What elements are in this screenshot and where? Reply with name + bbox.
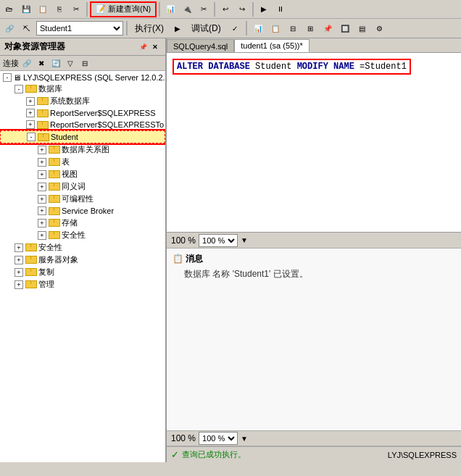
expand-rep-icon[interactable]: +	[14, 268, 23, 277]
tree-synonyms[interactable]: + 同义词	[0, 180, 165, 193]
student-label: Student	[51, 133, 78, 141]
toolbar-small-8[interactable]: 🔲	[337, 21, 353, 36]
expand-so-icon[interactable]: +	[14, 256, 23, 264]
oe-collapse-btn[interactable]: ⊟	[78, 57, 91, 69]
databases-label: 数据库	[38, 83, 62, 94]
zoom-bar-top: 100 % 100 % 75 % 150 % ▼	[167, 233, 461, 249]
toolbar-small-1[interactable]: 🔗	[1, 21, 17, 36]
check-icon[interactable]: ✓	[227, 21, 243, 36]
zoom-select-top[interactable]: 100 % 75 % 150 %	[199, 234, 238, 247]
expand-dbdiag-icon[interactable]: +	[38, 146, 46, 154]
toolbar-icon-5[interactable]: ✂	[68, 2, 84, 17]
systemdb-label: 系统数据库	[50, 96, 90, 107]
expand-databases-icon[interactable]: -	[14, 85, 23, 93]
expand-tables-icon[interactable]: +	[38, 158, 46, 167]
oe-refresh-btn[interactable]: 🔄	[49, 57, 62, 69]
separator-6	[246, 21, 247, 36]
tree-management[interactable]: + 管理	[0, 278, 165, 291]
expand-sectop-icon[interactable]: +	[14, 243, 23, 252]
storage-folder-icon	[48, 218, 59, 228]
expand-mgmt-icon[interactable]: +	[14, 280, 23, 289]
systemdb-folder-icon	[36, 96, 48, 107]
right-panel: SQLQuery4.sql tudent1 (sa (55))* ALTER D…	[167, 38, 461, 462]
toolbar-row1: 🗁 💾 📋 ⎘ ✂ 📝 新建查询(N) 📊 🔌 ✂ ↩ ↪ ▶ ⏸	[0, 0, 461, 19]
toolbar-small-10[interactable]: ⚙	[372, 21, 388, 36]
tab-sqlquery4[interactable]: SQLQuery4.sql	[167, 39, 234, 52]
toolbar-small-9[interactable]: ▤	[354, 21, 370, 36]
panel-close-btn[interactable]: ✕	[149, 42, 161, 52]
new-query-button[interactable]: 📝 新建查询(N)	[90, 1, 157, 17]
toolbar-icon-3[interactable]: 📋	[35, 2, 51, 17]
toolbar-icon-6[interactable]: 📊	[162, 2, 178, 17]
expand-views-icon[interactable]: +	[38, 170, 46, 179]
sectop-label: 安全性	[38, 242, 62, 253]
tree-databases[interactable]: - 数据库	[0, 83, 165, 95]
panel-pin-btn[interactable]: 📌	[137, 42, 149, 52]
toolbar-small-3[interactable]: 📊	[250, 21, 266, 36]
expand-systemdb-icon[interactable]: +	[26, 97, 35, 106]
toolbar-small-4[interactable]: 📋	[267, 21, 283, 36]
tables-label: 表	[62, 156, 70, 167]
separator-2	[159, 2, 160, 17]
database-select[interactable]: Student1	[37, 23, 122, 33]
toolbar-icon-10[interactable]: ↪	[234, 2, 250, 17]
query-area[interactable]: ALTER DATABASE Student MODIFY NAME =Stud…	[167, 53, 461, 233]
tree-security-db[interactable]: + 安全性	[0, 229, 165, 241]
tree-views[interactable]: + 视图	[0, 168, 165, 180]
toolbar-small-7[interactable]: 📌	[320, 21, 336, 36]
execute-label[interactable]: 执行(X)	[130, 21, 168, 36]
tree-replication[interactable]: + 复制	[0, 266, 165, 278]
toolbar-small-5[interactable]: ⊟	[285, 21, 301, 36]
toolbar-icon-11[interactable]: ▶	[256, 2, 272, 17]
tree-storage[interactable]: + 存储	[0, 217, 165, 229]
tree-tables[interactable]: + 表	[0, 156, 165, 168]
debug-label[interactable]: 调试(D)	[187, 21, 225, 36]
toolbar-icon-7[interactable]: 🔌	[179, 2, 195, 17]
connect-label[interactable]: 连接	[3, 58, 19, 69]
results-icon: 📋	[173, 254, 183, 264]
zoom-select-bottom[interactable]: 100 % 75 % 150 %	[199, 432, 238, 445]
oe-disconnect-btn[interactable]: ✖	[35, 57, 48, 69]
tree-student-db[interactable]: - Student	[0, 130, 165, 143]
oe-filter-btn[interactable]: ▽	[64, 57, 77, 69]
dbdiag-folder-icon	[48, 145, 59, 155]
toolbar-small-6[interactable]: ⊞	[302, 21, 318, 36]
expand-server-icon[interactable]: -	[3, 73, 12, 82]
kw-name: NAME	[333, 62, 354, 72]
toolbar-icon-12[interactable]: ⏸	[273, 2, 288, 17]
oe-connect-btn[interactable]: 🔗	[20, 57, 33, 69]
sb-folder-icon	[48, 206, 59, 216]
expand-rs1-icon[interactable]: +	[26, 109, 35, 117]
separator-3	[214, 2, 215, 17]
tree-server-objects[interactable]: + 服务器对象	[0, 254, 165, 266]
kw-modify: MODIFY	[297, 62, 328, 72]
tree-system-databases[interactable]: + 系统数据库	[0, 95, 165, 107]
expand-sb-icon[interactable]: +	[38, 206, 46, 215]
tree-security-top[interactable]: + 安全性	[0, 241, 165, 254]
student-folder-icon	[37, 132, 49, 142]
zoom-arrow-bottom[interactable]: ▼	[241, 435, 248, 443]
database-dropdown[interactable]: Student1	[36, 21, 123, 36]
expand-storage-icon[interactable]: +	[38, 219, 46, 227]
tree-server-root[interactable]: - 🖥 LYJ\SQLEXPRESS (SQL Server 12.0.2...	[0, 72, 165, 83]
tree-db-diagram[interactable]: + 数据库关系图	[0, 143, 165, 156]
expand-synonyms-icon[interactable]: +	[38, 183, 46, 191]
results-header-label: 消息	[186, 254, 203, 264]
toolbar-icon-2[interactable]: 💾	[18, 2, 34, 17]
tree-service-broker[interactable]: + Service Broker	[0, 205, 165, 217]
toolbar-icon-8[interactable]: ✂	[196, 2, 212, 17]
execute-icon[interactable]: ▶	[170, 21, 186, 36]
toolbar-icon-4[interactable]: ⎘	[51, 2, 67, 17]
tree-reportserver1[interactable]: + ReportServer$SQLEXPRESS	[0, 107, 165, 119]
tree-programmability[interactable]: + 可编程性	[0, 193, 165, 205]
expand-student-icon[interactable]: -	[27, 133, 36, 141]
expand-sec-icon[interactable]: +	[38, 231, 46, 240]
toolbar-icon-1[interactable]: 🗁	[1, 2, 17, 17]
zoom-arrow-top[interactable]: ▼	[241, 236, 248, 244]
tree-reportserver2[interactable]: + ReportServer$SQLEXPRESSTo	[0, 119, 165, 130]
expand-prog-icon[interactable]: +	[38, 195, 46, 204]
toolbar-small-2[interactable]: ⛏	[19, 21, 35, 36]
tab-student1[interactable]: tudent1 (sa (55))*	[234, 39, 310, 52]
toolbar-icon-9[interactable]: ↩	[217, 2, 233, 17]
expand-rs2-icon[interactable]: +	[26, 120, 35, 129]
